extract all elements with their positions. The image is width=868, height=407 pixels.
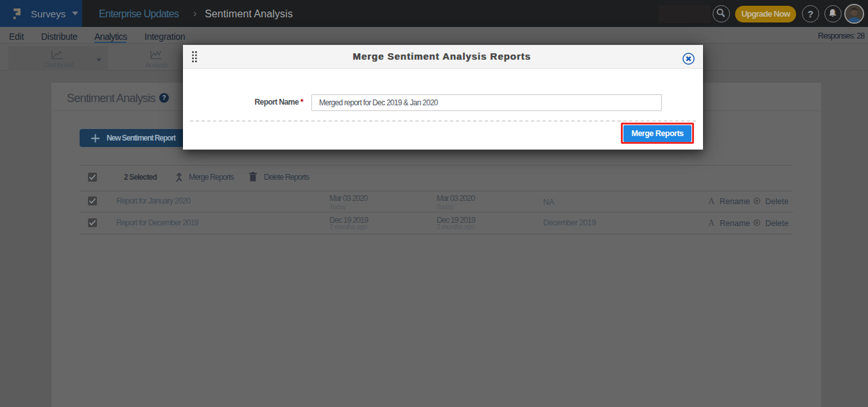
svg-text:?: ? [162,94,166,101]
